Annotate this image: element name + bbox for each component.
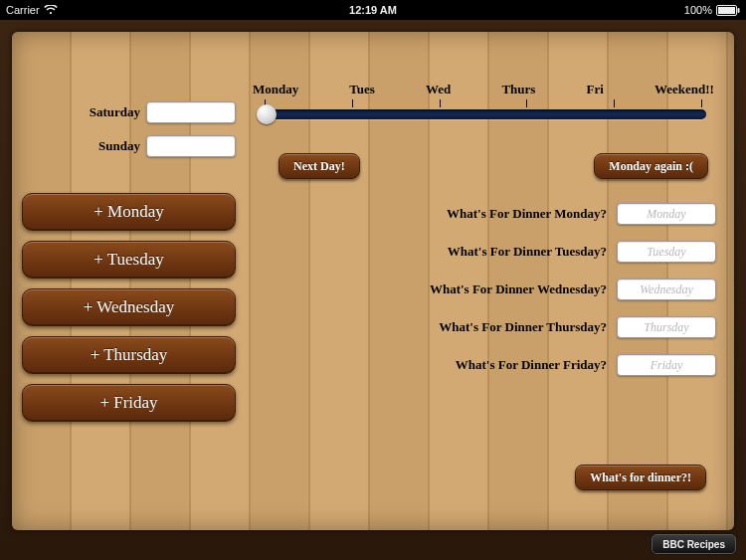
add-monday-button[interactable]: + Monday	[22, 193, 236, 231]
dinner-input-monday[interactable]: Monday	[617, 203, 716, 225]
svg-rect-1	[718, 7, 735, 14]
left-column: Saturday Sunday + Monday + Tuesday + Wed…	[22, 101, 236, 432]
status-time: 12:19 AM	[349, 5, 397, 16]
battery-icon	[716, 5, 740, 16]
sunday-row: Sunday	[22, 135, 236, 157]
tick	[526, 99, 527, 107]
dinner-row-monday: What's For Dinner Monday? Monday	[388, 203, 716, 225]
timeline: Monday Tues Wed Thurs Fri Weekend!!	[251, 82, 716, 151]
day-slider-thumb[interactable]	[257, 104, 277, 124]
status-left: Carrier	[6, 5, 58, 16]
dinner-label: What's For Dinner Thursday?	[439, 319, 607, 335]
day-slider[interactable]	[261, 109, 706, 119]
tick	[701, 99, 702, 107]
dinner-input-wednesday[interactable]: Wednesday	[617, 279, 716, 300]
add-wednesday-button[interactable]: + Wednesday	[22, 288, 236, 326]
add-tuesday-button[interactable]: + Tuesday	[22, 241, 236, 279]
timeline-label-fri: Fri	[587, 82, 604, 97]
dinner-input-thursday[interactable]: Thursday	[617, 316, 716, 338]
add-thursday-button[interactable]: + Thursday	[22, 336, 236, 374]
timeline-label-wed: Wed	[426, 82, 451, 97]
bbc-recipes-button[interactable]: BBC Recipes	[652, 534, 736, 554]
wood-surface: Saturday Sunday + Monday + Tuesday + Wed…	[12, 32, 734, 530]
next-day-button[interactable]: Next Day!	[279, 153, 360, 179]
status-bar: Carrier 12:19 AM 100%	[0, 0, 746, 20]
dinner-row-friday: What's For Dinner Friday? Friday	[388, 354, 716, 376]
dinner-label: What's For Dinner Wednesday?	[430, 281, 607, 297]
dinner-input-tuesday[interactable]: Tuesday	[617, 241, 716, 263]
timeline-label-tue: Tues	[349, 82, 375, 97]
dinner-row-wednesday: What's For Dinner Wednesday? Wednesday	[388, 279, 716, 300]
sunday-label: Sunday	[98, 138, 140, 154]
dinner-input-friday[interactable]: Friday	[617, 354, 716, 376]
timeline-label-mon: Monday	[253, 82, 298, 97]
dinner-label: What's For Dinner Tuesday?	[448, 244, 607, 260]
timeline-ticks	[251, 99, 716, 107]
saturday-input[interactable]	[146, 101, 236, 123]
wifi-icon	[44, 5, 58, 15]
timeline-labels: Monday Tues Wed Thurs Fri Weekend!!	[251, 82, 716, 97]
saturday-label: Saturday	[90, 104, 140, 120]
dinner-row-tuesday: What's For Dinner Tuesday? Tuesday	[388, 241, 716, 263]
monday-again-button[interactable]: Monday again :(	[594, 153, 708, 179]
timeline-label-weekend: Weekend!!	[654, 82, 714, 97]
tick	[614, 99, 615, 107]
day-buttons-group: + Monday + Tuesday + Wednesday + Thursda…	[22, 193, 236, 422]
battery-pct: 100%	[684, 5, 712, 16]
timeline-label-thu: Thurs	[501, 82, 535, 97]
status-right: 100%	[684, 5, 740, 16]
carrier-label: Carrier	[6, 5, 40, 16]
svg-rect-2	[738, 8, 740, 13]
saturday-row: Saturday	[22, 101, 236, 123]
app-frame: Saturday Sunday + Monday + Tuesday + Wed…	[0, 20, 746, 560]
sunday-input[interactable]	[146, 135, 236, 157]
dinner-row-thursday: What's For Dinner Thursday? Thursday	[388, 316, 716, 338]
tick	[440, 99, 441, 107]
tick	[352, 99, 353, 107]
dinner-rows: What's For Dinner Monday? Monday What's …	[388, 203, 716, 392]
dinner-label: What's For Dinner Monday?	[447, 206, 607, 222]
add-friday-button[interactable]: + Friday	[22, 384, 236, 422]
dinner-label: What's For Dinner Friday?	[456, 357, 607, 373]
whats-for-dinner-button[interactable]: What's for dinner?!	[575, 465, 706, 490]
